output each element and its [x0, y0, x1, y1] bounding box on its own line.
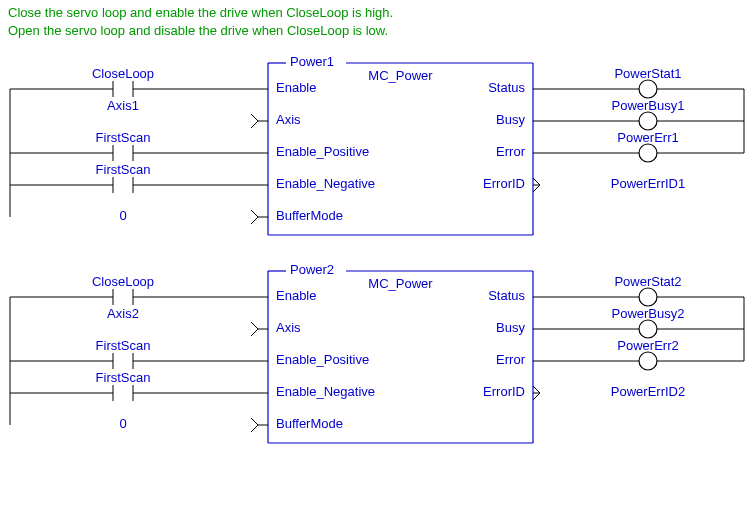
svg-text:MC_Power: MC_Power: [368, 69, 433, 84]
svg-text:PowerBusy1: PowerBusy1: [612, 99, 685, 114]
svg-text:Axis2: Axis2: [107, 307, 139, 322]
svg-text:Axis1: Axis1: [107, 99, 139, 114]
svg-point-42: [639, 80, 657, 98]
svg-line-24: [251, 114, 258, 121]
svg-text:0: 0: [119, 417, 126, 432]
svg-text:Power1: Power1: [290, 55, 334, 70]
svg-text:PowerStat2: PowerStat2: [614, 275, 681, 290]
svg-point-50: [639, 144, 657, 162]
svg-line-82: [251, 329, 258, 336]
svg-text:BufferMode: BufferMode: [276, 209, 343, 224]
svg-line-96: [251, 425, 258, 432]
svg-text:ErrorID: ErrorID: [483, 385, 525, 400]
svg-text:FirstScan: FirstScan: [96, 131, 151, 146]
svg-text:FirstScan: FirstScan: [96, 371, 151, 386]
svg-text:FirstScan: FirstScan: [96, 163, 151, 178]
svg-line-38: [251, 210, 258, 217]
svg-text:Enable: Enable: [276, 81, 316, 96]
svg-text:Status: Status: [488, 81, 525, 96]
ladder-diagram: Power1MC_PowerEnableAxisEnable_PositiveE…: [8, 49, 748, 529]
comment-line-2: Open the servo loop and disable the driv…: [8, 22, 747, 40]
svg-text:Enable_Negative: Enable_Negative: [276, 177, 375, 192]
svg-text:CloseLoop: CloseLoop: [92, 67, 154, 82]
svg-text:PowerErr2: PowerErr2: [617, 339, 678, 354]
svg-line-39: [251, 217, 258, 224]
svg-text:Enable_Positive: Enable_Positive: [276, 145, 369, 160]
svg-text:PowerStat1: PowerStat1: [614, 67, 681, 82]
svg-point-99: [639, 288, 657, 306]
svg-point-107: [639, 352, 657, 370]
svg-point-103: [639, 320, 657, 338]
comment-line-1: Close the servo loop and enable the driv…: [8, 4, 747, 22]
svg-text:Enable: Enable: [276, 289, 316, 304]
svg-text:Power2: Power2: [290, 263, 334, 278]
rung-comment: Close the servo loop and enable the driv…: [8, 4, 747, 39]
svg-text:Busy: Busy: [496, 113, 525, 128]
svg-text:Status: Status: [488, 289, 525, 304]
svg-line-55: [533, 185, 540, 192]
svg-text:Enable_Positive: Enable_Positive: [276, 353, 369, 368]
svg-text:Error: Error: [496, 145, 526, 160]
svg-text:PowerBusy2: PowerBusy2: [612, 307, 685, 322]
svg-text:0: 0: [119, 209, 126, 224]
svg-text:Axis: Axis: [276, 113, 301, 128]
svg-text:MC_Power: MC_Power: [368, 277, 433, 292]
svg-text:Axis: Axis: [276, 321, 301, 336]
svg-text:ErrorID: ErrorID: [483, 177, 525, 192]
svg-line-81: [251, 322, 258, 329]
svg-text:PowerErrID1: PowerErrID1: [611, 177, 685, 192]
svg-text:Error: Error: [496, 353, 526, 368]
svg-text:PowerErr1: PowerErr1: [617, 131, 678, 146]
svg-text:BufferMode: BufferMode: [276, 417, 343, 432]
svg-text:FirstScan: FirstScan: [96, 339, 151, 354]
svg-line-25: [251, 121, 258, 128]
svg-line-111: [533, 386, 540, 393]
svg-point-46: [639, 112, 657, 130]
svg-text:CloseLoop: CloseLoop: [92, 275, 154, 290]
svg-line-112: [533, 393, 540, 400]
svg-line-54: [533, 178, 540, 185]
svg-text:Enable_Negative: Enable_Negative: [276, 385, 375, 400]
svg-line-95: [251, 418, 258, 425]
svg-text:Busy: Busy: [496, 321, 525, 336]
svg-text:PowerErrID2: PowerErrID2: [611, 385, 685, 400]
